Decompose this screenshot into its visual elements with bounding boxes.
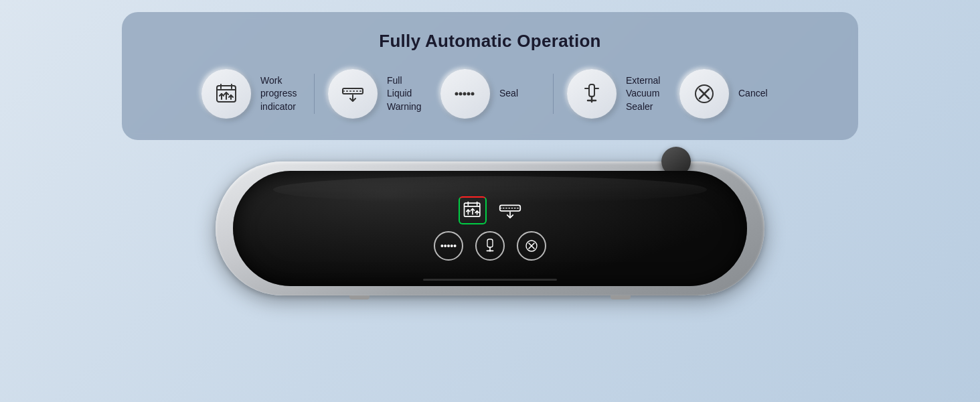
- svg-point-11: [459, 92, 463, 96]
- screen-progress-icon-active: [459, 196, 487, 224]
- screen-cancel-svg: [523, 238, 540, 254]
- screen-progress-svg: [463, 200, 483, 220]
- external-vacuum-icon-circle: [567, 69, 617, 119]
- device-body: [216, 161, 764, 295]
- screen-seal-icon: [499, 201, 521, 220]
- feature-external-vacuum: ExternalVacuumSealer: [567, 69, 666, 119]
- svg-point-10: [455, 92, 459, 96]
- cancel-icon-circle: [679, 69, 729, 119]
- feature-seal: Seal: [440, 69, 540, 119]
- full-liquid-label: FullLiquidWarning: [387, 74, 427, 114]
- svg-point-33: [440, 245, 443, 247]
- screen-dots-svg: [440, 243, 457, 249]
- seal-icon-circle: [440, 69, 490, 119]
- divider-1: [314, 74, 315, 114]
- seal-dots-icon: [453, 82, 477, 106]
- seal-label: Seal: [499, 87, 540, 100]
- svg-rect-38: [487, 239, 493, 247]
- card-title: Fully Automatic Operation: [155, 31, 825, 52]
- device-wrapper: [216, 161, 764, 295]
- progress-icon: [214, 82, 238, 106]
- svg-point-14: [471, 92, 475, 96]
- features-row: Workprogressindicator FullLiquidWarning: [155, 69, 825, 119]
- cancel-label: Cancel: [738, 87, 779, 100]
- work-progress-label: Workprogressindicator: [260, 74, 301, 114]
- screen-row-bottom: [434, 231, 546, 261]
- svg-point-36: [451, 245, 453, 247]
- external-vacuum-label: ExternalVacuumSealer: [626, 74, 666, 114]
- vacuum-icon: [580, 82, 604, 106]
- liquid-icon: [341, 82, 365, 106]
- screen-cancel-circle: [517, 231, 546, 261]
- device-screen: [233, 171, 747, 286]
- full-liquid-icon-circle: [328, 69, 378, 119]
- svg-point-12: [463, 92, 467, 96]
- screen-vacuum-circle: [475, 231, 505, 261]
- screen-row-top: [459, 196, 521, 224]
- screen-vacuum-svg: [482, 237, 498, 255]
- feature-work-progress: Workprogressindicator: [201, 69, 301, 119]
- svg-point-37: [454, 245, 457, 247]
- screen-icons: [434, 196, 546, 261]
- cancel-x-icon: [692, 82, 716, 106]
- work-progress-icon-circle: [201, 69, 251, 119]
- device-ridge: [423, 279, 557, 281]
- screen-dots-circle: [434, 231, 463, 261]
- info-card: Fully Automatic Operation: [122, 12, 858, 140]
- svg-point-35: [447, 245, 450, 247]
- screen-seal-svg: [499, 201, 521, 220]
- svg-point-34: [444, 245, 446, 247]
- feature-full-liquid: FullLiquidWarning: [328, 69, 427, 119]
- svg-rect-15: [589, 84, 594, 96]
- device-feet: [349, 295, 631, 299]
- divider-2: [553, 74, 554, 114]
- device-foot-right: [610, 295, 631, 299]
- feature-cancel: Cancel: [679, 69, 779, 119]
- svg-point-13: [467, 92, 471, 96]
- device-foot-left: [349, 295, 370, 299]
